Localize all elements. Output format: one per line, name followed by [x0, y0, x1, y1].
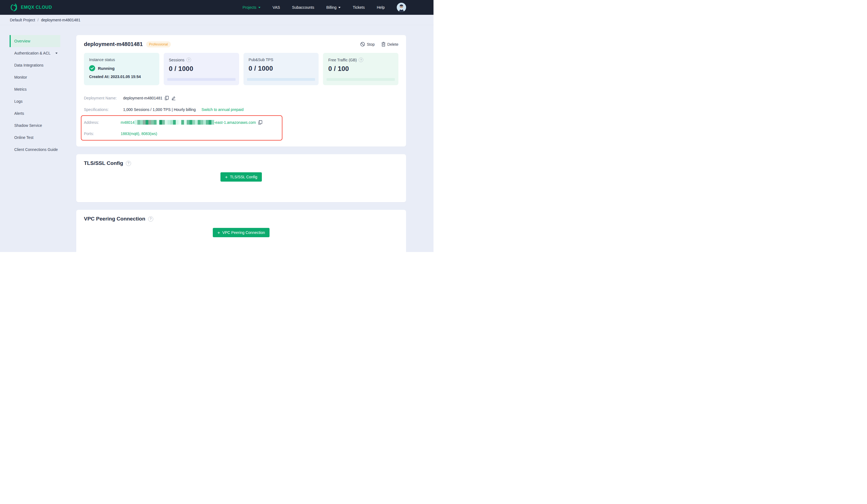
breadcrumb-project-link[interactable]: Default Project	[10, 18, 35, 22]
main-content: deployment-m4801481 Professional Stop	[70, 25, 434, 252]
sidebar: Overview Authentication & ACL Data Integ…	[0, 25, 70, 252]
nav-item-label: Projects	[243, 5, 257, 10]
sidebar-item-online-test[interactable]: Online Test	[11, 131, 60, 143]
sidebar-item-label: Alerts	[14, 111, 24, 116]
traffic-value: 0 / 100	[328, 65, 393, 73]
nav-item-tickets[interactable]: Tickets	[353, 5, 365, 10]
created-at: Created At: 2023.01.05 15:54	[89, 75, 154, 79]
add-vpc-peering-button[interactable]: VPC Peering Connection	[213, 228, 270, 237]
sidebar-item-label: Data Integrations	[14, 63, 44, 67]
sidebar-item-label: Shadow Service	[14, 123, 42, 128]
button-label: TLS/SSL Config	[230, 175, 257, 179]
nav-item-label: VAS	[272, 5, 280, 10]
ports-label: Ports:	[84, 131, 121, 136]
nav-item-projects[interactable]: Projects	[243, 5, 261, 10]
address-suffix: -east-1.amazonaws.com	[214, 120, 256, 125]
brand-logo[interactable]: EMQX CLOUD	[10, 3, 52, 11]
stat-cards: Instance status Running Created At: 2023…	[84, 53, 398, 85]
page-title: deployment-m4801481	[84, 41, 143, 47]
nav-item-subaccounts[interactable]: Subaccounts	[292, 5, 314, 10]
address-redaction	[135, 120, 214, 125]
breadcrumb-separator: /	[38, 18, 39, 22]
vpc-section-title: VPC Peering Connection	[84, 216, 145, 222]
sidebar-item-client-connections-guide[interactable]: Client Connections Guide	[11, 143, 60, 156]
nav-item-vas[interactable]: VAS	[272, 5, 280, 10]
help-icon[interactable]	[126, 161, 131, 166]
sidebar-item-label: Monitor	[14, 75, 27, 79]
free-traffic-card: Free Traffic (GB) 0 / 100	[323, 53, 398, 85]
specifications-label: Specifications:	[84, 107, 123, 112]
deployment-overview-card: deployment-m4801481 Professional Stop	[76, 35, 406, 146]
delete-button[interactable]: Delete	[382, 42, 398, 46]
stat-label: Pub&Sub TPS	[249, 57, 274, 62]
stat-label: Instance status	[89, 57, 115, 62]
sidebar-item-monitor[interactable]: Monitor	[11, 71, 60, 83]
address-highlight-box: Address: m48014-east-1.amazonaws.com	[81, 115, 282, 141]
nav-item-label: Help	[377, 5, 385, 10]
help-icon[interactable]	[186, 57, 191, 62]
ports-value: 1883(mqtt), 8083(ws)	[121, 131, 157, 136]
sidebar-item-label: Overview	[14, 39, 30, 43]
stop-label: Stop	[367, 42, 375, 46]
nav-menu: Projects VAS Subaccounts Billing Tickets…	[243, 3, 434, 12]
specifications-value: 1,000 Sessions / 1,000 TPS | Hourly bill…	[123, 107, 196, 112]
sidebar-item-label: Online Test	[14, 135, 33, 140]
tls-ssl-config-card: TLS/SSL Config TLS/SSL Config	[76, 154, 406, 202]
tls-section-title: TLS/SSL Config	[84, 160, 123, 166]
sidebar-item-logs[interactable]: Logs	[11, 95, 60, 107]
plus-icon	[217, 230, 220, 235]
sidebar-item-label: Logs	[14, 99, 22, 103]
stop-button[interactable]: Stop	[360, 42, 375, 46]
breadcrumb: Default Project / deployment-m4801481	[0, 15, 434, 25]
trash-icon	[382, 42, 386, 46]
nav-item-billing[interactable]: Billing	[326, 5, 341, 10]
emqx-logo-icon	[10, 3, 18, 11]
nav-item-help[interactable]: Help	[377, 5, 385, 10]
breadcrumb-current-page: deployment-m4801481	[41, 18, 81, 22]
nav-item-label: Tickets	[353, 5, 365, 10]
sidebar-item-shadow-service[interactable]: Shadow Service	[11, 119, 60, 131]
vpc-peering-card: VPC Peering Connection VPC Peering Conne…	[76, 210, 406, 252]
sidebar-item-label: Client Connections Guide	[14, 147, 58, 152]
check-circle-icon	[89, 65, 95, 71]
sidebar-item-alerts[interactable]: Alerts	[11, 107, 60, 119]
brand-name: EMQX CLOUD	[21, 5, 52, 10]
pubsub-tps-card: Pub&Sub TPS 0 / 1000	[244, 53, 319, 85]
edit-icon[interactable]	[171, 96, 176, 100]
sessions-value: 0 / 1000	[169, 65, 234, 73]
button-label: VPC Peering Connection	[222, 230, 265, 235]
switch-annual-prepaid-link[interactable]: Switch to annual prepaid	[202, 107, 244, 112]
tps-progress-bar	[247, 78, 315, 81]
delete-label: Delete	[387, 42, 398, 46]
sidebar-item-authentication-acl[interactable]: Authentication & ACL	[11, 47, 60, 59]
chevron-down-icon	[258, 7, 260, 8]
add-tls-ssl-config-button[interactable]: TLS/SSL Config	[221, 172, 262, 182]
top-nav: EMQX CLOUD Projects VAS Subaccounts Bill…	[0, 0, 434, 15]
sessions-progress-bar	[167, 78, 236, 81]
tps-value: 0 / 1000	[249, 65, 314, 72]
chevron-down-icon	[55, 53, 57, 54]
sidebar-item-label: Authentication & ACL	[14, 51, 51, 55]
copy-icon[interactable]	[258, 120, 263, 125]
help-icon[interactable]	[358, 57, 363, 62]
sidebar-item-overview[interactable]: Overview	[11, 35, 60, 47]
address-label: Address:	[84, 120, 121, 125]
sidebar-item-metrics[interactable]: Metrics	[11, 83, 60, 95]
stat-label: Free Traffic (GB)	[328, 58, 357, 62]
sessions-card: Sessions 0 / 1000	[164, 53, 239, 85]
address-prefix: m48014	[121, 120, 135, 125]
status-text: Running	[98, 66, 115, 71]
help-icon[interactable]	[148, 216, 153, 222]
user-avatar[interactable]	[397, 3, 406, 12]
copy-icon[interactable]	[165, 96, 169, 100]
deployment-name-label: Deployment Name:	[84, 96, 123, 100]
sidebar-item-data-integrations[interactable]: Data Integrations	[11, 59, 60, 71]
emqx-cloud-app: EMQX CLOUD Projects VAS Subaccounts Bill…	[0, 0, 434, 252]
sidebar-item-label: Metrics	[14, 87, 26, 91]
traffic-progress-bar	[327, 78, 395, 81]
plus-icon	[225, 175, 228, 179]
stat-label: Sessions	[169, 58, 184, 62]
deployment-name-value: deployment-m4801481	[123, 96, 162, 100]
deployment-details: Deployment Name: deployment-m4801481	[84, 92, 398, 141]
nav-item-label: Subaccounts	[292, 5, 314, 10]
